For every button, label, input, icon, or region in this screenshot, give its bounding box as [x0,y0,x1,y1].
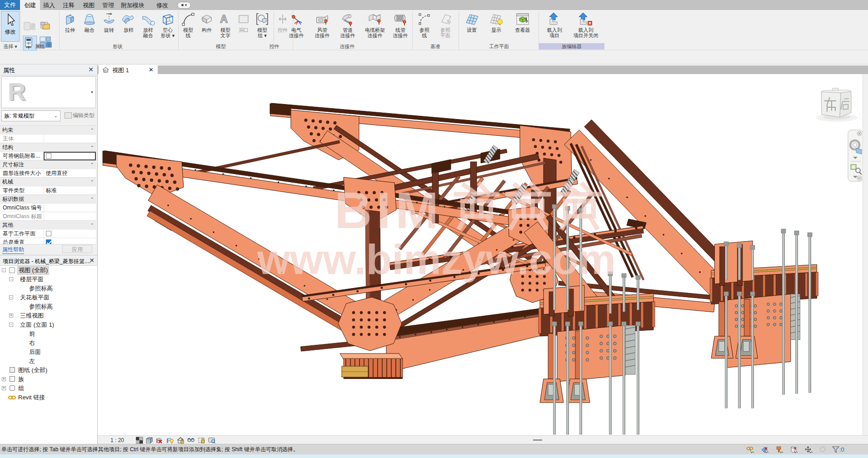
svg-text:BIM: BIM [334,181,443,239]
svg-text:A: A [220,13,228,25]
svg-text::0: :0 [839,446,844,453]
svg-text:R: R [8,78,25,105]
svg-text:www.bimzyw.com: www.bimzyw.com [257,236,616,283]
